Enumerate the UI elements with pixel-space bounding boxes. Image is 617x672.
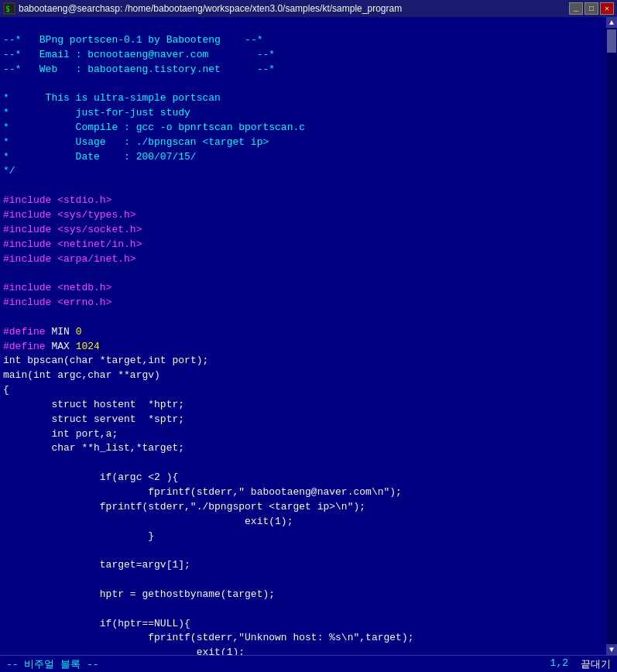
code-line: * just-for-just study — [3, 106, 603, 121]
code-line — [3, 310, 603, 325]
status-end: 끝대기 — [581, 657, 611, 671]
code-line: #include <stdio.h> — [3, 194, 603, 208]
code-line: { — [3, 383, 603, 398]
code-line: exit(1); — [3, 515, 603, 530]
terminal-icon: $ — [3, 2, 15, 15]
code-line — [3, 602, 603, 617]
code-line — [3, 573, 603, 588]
status-position: 1,2 — [550, 657, 568, 671]
code-line: * Date : 200/07/15/ — [3, 150, 603, 165]
code-line: char **h_list,*target; — [3, 441, 603, 456]
code-line: * This is ultra-simple portscan — [3, 91, 603, 106]
editor-area: --* BPng portscen-0.1 by Babooteng --*--… — [0, 17, 617, 655]
window-title: babootaeng@searchasp: /home/babootaeng/w… — [19, 3, 402, 14]
title-buttons[interactable]: _ □ ✕ — [569, 2, 614, 15]
scroll-up[interactable]: ▲ — [606, 17, 617, 28]
title-bar: $ babootaeng@searchasp: /home/babootaeng… — [0, 0, 617, 17]
code-line: #define MIN 0 — [3, 325, 603, 340]
code-line — [3, 19, 603, 33]
code-line: #include <errno.h> — [3, 296, 603, 310]
code-line: #include <netdb.h> — [3, 281, 603, 296]
code-line — [3, 77, 603, 91]
code-line: #include <netinet/in.h> — [3, 238, 603, 252]
code-line: hptr = gethostbyname(target); — [3, 588, 603, 602]
code-line: } — [3, 530, 603, 544]
scrollbar[interactable]: ▲ ▼ — [606, 17, 617, 655]
code-line — [3, 543, 603, 558]
code-line: struct servent *sptr; — [3, 413, 603, 427]
code-line: * Usage : ./bpngscan <target ip> — [3, 135, 603, 150]
close-button[interactable]: ✕ — [600, 2, 614, 15]
code-line — [3, 266, 603, 281]
code-line — [3, 179, 603, 194]
scroll-down[interactable]: ▼ — [606, 644, 617, 655]
scroll-thumb[interactable] — [607, 29, 616, 53]
title-bar-left: $ babootaeng@searchasp: /home/babootaeng… — [3, 2, 402, 15]
code-line: --* Email : bcnootaeng@naver.com --* — [3, 48, 603, 63]
code-line: #include <arpa/inet.h> — [3, 252, 603, 267]
code-line: #include <sys/socket.h> — [3, 223, 603, 238]
minimize-button[interactable]: _ — [569, 2, 583, 15]
code-line: fprintf(stderr,"./bpngsport <target ip>\… — [3, 500, 603, 515]
code-line: main(int argc,char **argv) — [3, 369, 603, 383]
code-line: fprintf(stderr," babootaeng@naver.com\n"… — [3, 485, 603, 500]
svg-text:$: $ — [5, 5, 10, 13]
status-bar: -- 비주얼 블록 -- 1,2 끝대기 — [0, 655, 617, 672]
code-line: fprintf(stderr,"Unknown host: %s\n",targ… — [3, 631, 603, 646]
code-line: struct hostent *hptr; — [3, 398, 603, 413]
status-mode: -- 비주얼 블록 -- — [6, 657, 99, 671]
code-line — [3, 456, 603, 471]
maximize-button[interactable]: □ — [584, 2, 598, 15]
code-line: --* BPng portscen-0.1 by Babooteng --* — [3, 33, 603, 48]
code-line: #define MAX 1024 — [3, 340, 603, 355]
code-line: if(hptr==NULL){ — [3, 617, 603, 632]
code-line: if(argc <2 ){ — [3, 471, 603, 485]
code-line: exit(1); — [3, 646, 603, 655]
code-line: #include <sys/types.h> — [3, 208, 603, 223]
code-line: * Compile : gcc -o bpnrtscan bportscan.c — [3, 121, 603, 135]
code-line: */ — [3, 164, 603, 179]
code-line: --* Web : babootaeng.tistory.net --* — [3, 63, 603, 77]
code-line: int port,a; — [3, 427, 603, 442]
code-line: int bpscan(char *target,int port); — [3, 354, 603, 369]
code-content: --* BPng portscen-0.1 by Babooteng --*--… — [0, 17, 606, 655]
code-line: target=argv[1]; — [3, 558, 603, 573]
